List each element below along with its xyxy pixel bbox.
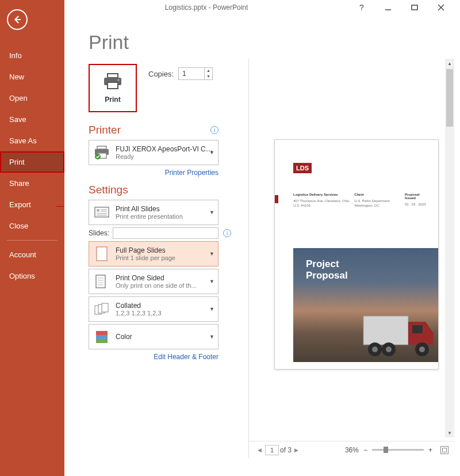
chevron-down-icon: ▼ — [209, 279, 214, 284]
doc-col3-text: 03 . 03 . 2023 — [405, 202, 427, 207]
slides-label: Slides: — [89, 229, 109, 237]
color-icon — [93, 328, 111, 346]
printer-info-icon[interactable]: i — [210, 126, 218, 134]
printer-icon — [102, 73, 123, 92]
sidebar-item-open[interactable]: Open — [0, 87, 64, 109]
doc-info-columns: Logistics Delivery Services 407 Thompson… — [293, 193, 427, 208]
print-button[interactable]: Print — [89, 64, 137, 112]
sidebar-separator — [7, 240, 57, 241]
backstage-sidebar: Info New Open Save Save As Print Share E… — [0, 0, 64, 476]
doc-col3-head: Proposal Issued — [405, 193, 427, 200]
svg-rect-19 — [97, 247, 107, 261]
print-range-dropdown[interactable]: Print All Slides Print entire presentati… — [89, 200, 218, 225]
back-button[interactable] — [7, 9, 28, 30]
svg-point-36 — [386, 346, 392, 352]
spinner-down-icon[interactable]: ▼ — [205, 74, 212, 79]
collated-icon — [93, 300, 111, 318]
sidebar-item-info[interactable]: Info — [0, 45, 64, 66]
chevron-down-icon: ▼ — [209, 334, 214, 340]
doc-col2-head: Client — [354, 193, 405, 196]
print-range-sub: Print entire presentation — [116, 213, 214, 220]
color-dropdown[interactable]: Color ▼ — [89, 324, 218, 349]
scroll-thumb[interactable] — [446, 69, 453, 127]
help-button[interactable]: ? — [348, 0, 375, 15]
svg-rect-1 — [412, 5, 417, 10]
svg-rect-31 — [363, 316, 408, 345]
layout-title: Full Page Slides — [116, 246, 214, 254]
sidebar-item-account[interactable]: Account — [0, 244, 64, 265]
layout-sub: Print 1 slide per page — [116, 254, 214, 261]
sidebar-item-new[interactable]: New — [0, 66, 64, 87]
truck-illustration — [358, 304, 438, 362]
svg-rect-9 — [97, 146, 106, 149]
doc-col2-text: U.S. Parks Department Washington, DC — [354, 199, 405, 208]
svg-rect-7 — [108, 82, 118, 89]
preview-page: LDS Logistics Delivery Services 407 Thom… — [274, 139, 439, 370]
chevron-down-icon: ▼ — [209, 306, 214, 312]
preview-pane: ▲ ▼ LDS Logistics Delivery Services 407 … — [248, 59, 454, 458]
spinner-up-icon[interactable]: ▲ — [205, 68, 212, 74]
prev-page-button[interactable]: ◀ — [255, 447, 264, 453]
zoom-slider[interactable] — [372, 449, 424, 451]
scroll-up-icon[interactable]: ▲ — [445, 59, 454, 68]
svg-point-38 — [419, 346, 425, 352]
svg-rect-14 — [97, 209, 99, 212]
svg-rect-27 — [102, 303, 108, 312]
svg-point-8 — [118, 79, 120, 81]
zoom-in-button[interactable]: + — [426, 446, 435, 454]
sidebar-item-options[interactable]: Options — [0, 265, 64, 287]
printer-dropdown[interactable]: FUJI XEROX ApeosPort-VI C3... Ready ▼ — [89, 140, 218, 165]
zoom-out-button[interactable]: − — [361, 446, 370, 454]
close-button[interactable] — [428, 0, 454, 15]
sides-dropdown[interactable]: Print One Sided Only print on one side o… — [89, 269, 218, 294]
page-number-input[interactable]: 1 — [265, 445, 279, 455]
layout-dropdown[interactable]: Full Page Slides Print 1 slide per page … — [89, 241, 218, 266]
next-page-button[interactable]: ▶ — [292, 447, 301, 453]
lds-logo: LDS — [293, 163, 312, 173]
print-button-label: Print — [105, 96, 120, 104]
printer-properties-link[interactable]: Printer Properties — [89, 169, 218, 177]
doc-col1-head: Logistics Delivery Services — [293, 193, 354, 196]
print-range-title: Print All Slides — [116, 205, 214, 213]
edit-header-footer-link[interactable]: Edit Header & Footer — [89, 353, 218, 361]
sidebar-item-export[interactable]: Export — [0, 194, 64, 215]
copies-spinner[interactable]: 1 ▲ ▼ — [178, 67, 213, 80]
titlebar: Logistics.pptx - PowerPoint ? — [64, 0, 460, 15]
hero-line1: Project — [306, 258, 438, 270]
window-title: Logistics.pptx - PowerPoint — [64, 3, 348, 12]
collate-dropdown[interactable]: Collated 1,2,3 1,2,3 1,2,3 ▼ — [89, 296, 218, 322]
slides-icon — [93, 203, 111, 222]
chevron-down-icon: ▼ — [209, 251, 214, 257]
sidebar-item-close[interactable]: Close — [0, 215, 64, 237]
page-title: Print — [89, 31, 460, 54]
export-highlight-line — [56, 206, 64, 207]
copies-value: 1 — [179, 70, 204, 78]
printer-name: FUJI XEROX ApeosPort-VI C3... — [116, 145, 214, 153]
svg-point-12 — [95, 154, 101, 159]
printer-heading: Printer — [89, 124, 121, 136]
titlebar-buttons: ? — [348, 0, 454, 15]
zoom-slider-thumb[interactable] — [384, 447, 388, 453]
sidebar-item-saveas[interactable]: Save As — [0, 130, 64, 151]
vertical-scrollbar[interactable]: ▲ ▼ — [445, 59, 454, 437]
restore-button[interactable] — [401, 0, 428, 15]
sides-sub: Only print on one side of th... — [116, 282, 214, 289]
sidebar-item-print[interactable]: Print — [0, 151, 64, 173]
sidebar-item-share[interactable]: Share — [0, 173, 64, 194]
hero-line2: Proposal — [306, 270, 438, 281]
slides-info-icon[interactable]: i — [223, 229, 231, 237]
settings-heading: Settings — [89, 184, 218, 196]
svg-rect-28 — [96, 331, 108, 335]
collate-title: Collated — [116, 302, 214, 310]
scroll-down-icon[interactable]: ▼ — [445, 428, 454, 437]
red-tab-decoration — [275, 195, 278, 203]
fit-to-window-button[interactable] — [440, 446, 448, 454]
printer-status: Ready — [116, 153, 214, 160]
printer-device-icon — [93, 143, 111, 162]
sidebar-item-save[interactable]: Save — [0, 109, 64, 130]
minimize-button[interactable] — [375, 0, 401, 15]
slides-input[interactable] — [113, 227, 218, 239]
sides-title: Print One Sided — [116, 274, 214, 282]
svg-point-34 — [372, 346, 378, 352]
svg-rect-30 — [96, 339, 108, 343]
